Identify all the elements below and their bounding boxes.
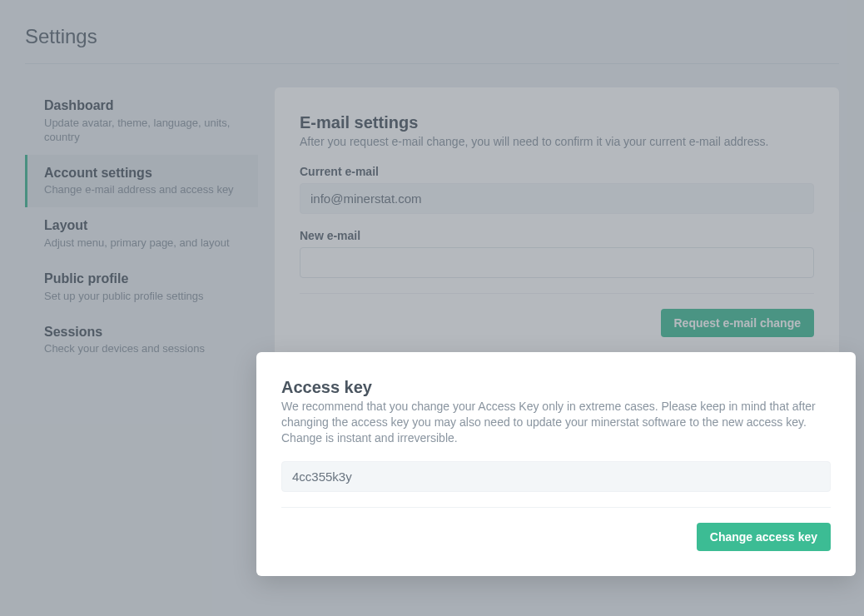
sidebar-item-title: Public profile — [44, 271, 241, 288]
sidebar-item-dashboard[interactable]: Dashboard Update avatar, theme, language… — [25, 87, 258, 155]
change-access-key-button[interactable]: Change access key — [697, 523, 831, 551]
main-panel: E-mail settings After you request e-mail… — [275, 87, 839, 379]
settings-sidebar: Dashboard Update avatar, theme, language… — [25, 87, 258, 379]
access-key-desc: We recommend that you change your Access… — [281, 399, 831, 446]
current-email-label: Current e-mail — [300, 165, 814, 178]
content-area: Dashboard Update avatar, theme, language… — [25, 87, 839, 379]
sidebar-item-layout[interactable]: Layout Adjust menu, primary page, and la… — [25, 207, 258, 261]
access-key-actions: Change access key — [281, 523, 831, 551]
access-key-divider — [281, 507, 831, 508]
sidebar-item-desc: Set up your public profile settings — [44, 290, 241, 304]
sidebar-item-public-profile[interactable]: Public profile Set up your public profil… — [25, 261, 258, 314]
access-key-field — [281, 461, 831, 492]
sidebar-item-title: Sessions — [44, 324, 241, 341]
sidebar-item-sessions[interactable]: Sessions Check your devices and sessions — [25, 314, 258, 367]
current-email-group: Current e-mail — [300, 165, 814, 214]
email-card-actions: Request e-mail change — [300, 309, 814, 337]
sidebar-item-desc: Adjust menu, primary page, and layout — [44, 236, 241, 251]
page-divider — [25, 63, 839, 64]
sidebar-item-desc: Check your devices and sessions — [44, 342, 241, 356]
email-section-desc: After you request e-mail change, you wil… — [300, 134, 814, 150]
request-email-change-button[interactable]: Request e-mail change — [661, 309, 815, 337]
access-key-input-wrap — [281, 461, 831, 492]
new-email-label: New e-mail — [300, 229, 814, 242]
email-card-divider — [300, 293, 814, 294]
new-email-group: New e-mail — [300, 229, 814, 278]
sidebar-item-account-settings[interactable]: Account settings Change e-mail address a… — [25, 155, 258, 208]
sidebar-item-title: Account settings — [44, 165, 241, 182]
access-key-card: Access key We recommend that you change … — [256, 352, 856, 576]
settings-page: Settings Dashboard Update avatar, theme,… — [0, 0, 864, 404]
email-section-title: E-mail settings — [300, 112, 814, 132]
sidebar-item-desc: Change e-mail address and access key — [44, 183, 241, 197]
sidebar-item-title: Layout — [44, 217, 241, 235]
sidebar-item-desc: Update avatar, theme, language, units, c… — [44, 117, 241, 145]
sidebar-item-title: Dashboard — [44, 97, 241, 115]
current-email-field — [300, 183, 814, 214]
new-email-field[interactable] — [300, 247, 814, 278]
page-title: Settings — [25, 25, 839, 48]
access-key-title: Access key — [281, 377, 831, 397]
email-settings-card: E-mail settings After you request e-mail… — [275, 87, 839, 362]
